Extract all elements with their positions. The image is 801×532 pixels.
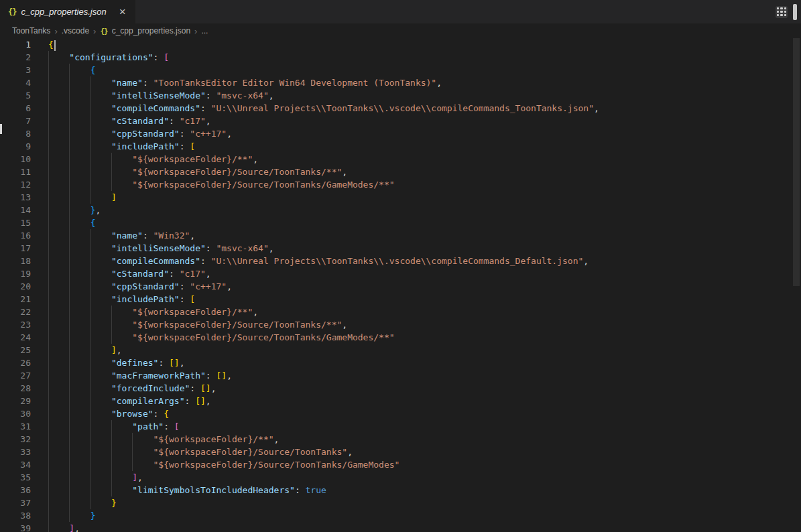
code-line[interactable]: 36 "limitSymbolsToIncludedHeaders": true	[0, 484, 801, 496]
code-line[interactable]: 12 "${workspaceFolder}/Source/ToonTanks/…	[0, 178, 801, 191]
code-line[interactable]: 29 "compilerArgs": [],	[0, 395, 801, 407]
line-number[interactable]: 7	[0, 115, 31, 127]
code-line[interactable]: 34 "${workspaceFolder}/Source/ToonTanks/…	[0, 458, 801, 471]
indent-guide	[69, 89, 70, 102]
indent-guide	[69, 255, 70, 267]
line-number[interactable]: 6	[0, 102, 31, 115]
code-line[interactable]: 2 "configurations": [	[0, 51, 801, 64]
code-line[interactable]: 7 "cStandard": "c17",	[0, 115, 801, 127]
line-number[interactable]: 34	[0, 458, 31, 471]
line-number[interactable]: 12	[0, 178, 31, 191]
line-number[interactable]: 3	[0, 64, 31, 76]
code-line[interactable]: 3 {	[0, 64, 801, 76]
code-line[interactable]: 39 ],	[0, 522, 801, 532]
line-number[interactable]: 2	[0, 51, 31, 64]
code-line[interactable]: 31 "path": [	[0, 420, 801, 433]
code-line[interactable]: 24 "${workspaceFolder}/Source/ToonTanks/…	[0, 331, 801, 344]
code-line[interactable]: 16 "name": "Win32",	[0, 229, 801, 242]
line-number[interactable]: 35	[0, 471, 31, 484]
line-number[interactable]: 4	[0, 76, 31, 89]
code-line[interactable]: 38 }	[0, 509, 801, 522]
editor-layout-icon[interactable]	[776, 6, 788, 18]
code-line[interactable]: 4 "name": "ToonTanksEditor Editor Win64 …	[0, 76, 801, 89]
code-line[interactable]: 13 ]	[0, 191, 801, 204]
code-line[interactable]: 32 "${workspaceFolder}/**",	[0, 433, 801, 446]
code-token: ,	[206, 116, 211, 126]
indent-guide	[48, 115, 49, 127]
line-number[interactable]: 23	[0, 318, 31, 331]
code-line[interactable]: 28 "forcedInclude": [],	[0, 382, 801, 395]
code-line[interactable]: 10 "${workspaceFolder}/**",	[0, 153, 801, 165]
line-number[interactable]: 16	[0, 229, 31, 242]
code-token: [	[190, 141, 195, 151]
code-line[interactable]: 37 }	[0, 496, 801, 509]
line-number[interactable]: 9	[0, 140, 31, 153]
line-number[interactable]: 26	[0, 356, 31, 369]
code-line[interactable]: 21 "includePath": [	[0, 293, 801, 306]
line-number[interactable]: 27	[0, 369, 31, 382]
code-content: "intelliSenseMode": "msvc-x64",	[31, 242, 274, 255]
line-number[interactable]: 39	[0, 522, 31, 532]
line-number[interactable]: 11	[0, 165, 31, 178]
indent-guide	[48, 229, 49, 242]
code-line[interactable]: 9 "includePath": [	[0, 140, 801, 153]
tab-c-cpp-properties-json[interactable]: {} c_cpp_properties.json ×	[0, 0, 135, 23]
line-number[interactable]: 25	[0, 344, 31, 356]
line-number[interactable]: 8	[0, 127, 31, 140]
line-number[interactable]: 20	[0, 280, 31, 293]
code-line[interactable]: 27 "macFrameworkPath": [],	[0, 369, 801, 382]
tab-close-icon[interactable]: ×	[118, 6, 127, 17]
breadcrumb-item-vscode[interactable]: .vscode	[62, 26, 89, 36]
code-line[interactable]: 14 },	[0, 204, 801, 216]
code-line[interactable]: 1{	[0, 38, 801, 51]
line-number[interactable]: 32	[0, 433, 31, 446]
line-number[interactable]: 19	[0, 267, 31, 280]
line-number[interactable]: 15	[0, 216, 31, 229]
line-number[interactable]: 28	[0, 382, 31, 395]
code-line[interactable]: 15 {	[0, 216, 801, 229]
code-line[interactable]: 33 "${workspaceFolder}/Source/ToonTanks"…	[0, 446, 801, 458]
code-editor[interactable]: 1{2 "configurations": [3 {4 "name": "Too…	[0, 38, 801, 532]
line-number[interactable]: 36	[0, 484, 31, 496]
code-token: :	[153, 409, 164, 419]
line-number[interactable]: 14	[0, 204, 31, 216]
line-number[interactable]: 21	[0, 293, 31, 306]
line-number[interactable]: 31	[0, 420, 31, 433]
line-number[interactable]: 38	[0, 509, 31, 522]
line-number[interactable]: 33	[0, 446, 31, 458]
line-number[interactable]: 29	[0, 395, 31, 407]
line-number[interactable]: 13	[0, 191, 31, 204]
code-line[interactable]: 22 "${workspaceFolder}/**",	[0, 306, 801, 318]
line-number[interactable]: 10	[0, 153, 31, 165]
indent-guide	[48, 178, 49, 191]
line-number[interactable]: 17	[0, 242, 31, 255]
line-number[interactable]: 22	[0, 306, 31, 318]
indent-guide	[69, 509, 70, 522]
line-number[interactable]: 1	[0, 38, 31, 51]
code-line[interactable]: 20 "cppStandard": "c++17",	[0, 280, 801, 293]
vertical-scrollbar[interactable]	[792, 38, 801, 532]
breadcrumb-item-filename[interactable]: c_cpp_properties.json	[112, 26, 190, 36]
line-number[interactable]: 30	[0, 407, 31, 420]
line-number[interactable]: 5	[0, 89, 31, 102]
code-line[interactable]: 35 ],	[0, 471, 801, 484]
code-line[interactable]: 8 "cppStandard": "c++17",	[0, 127, 801, 140]
code-token: ,	[594, 103, 599, 113]
code-line[interactable]: 30 "browse": {	[0, 407, 801, 420]
code-line[interactable]: 11 "${workspaceFolder}/Source/ToonTanks/…	[0, 165, 801, 178]
code-line[interactable]: 26 "defines": [],	[0, 356, 801, 369]
scrollbar-thumb[interactable]	[793, 38, 800, 286]
code-token: :	[180, 294, 190, 304]
breadcrumb-ellipsis[interactable]: ...	[201, 26, 208, 36]
code-line[interactable]: 25 ],	[0, 344, 801, 356]
line-number[interactable]: 24	[0, 331, 31, 344]
code-line[interactable]: 17 "intelliSenseMode": "msvc-x64",	[0, 242, 801, 255]
breadcrumb-item-toontanks[interactable]: ToonTanks	[12, 26, 50, 36]
code-line[interactable]: 23 "${workspaceFolder}/Source/ToonTanks/…	[0, 318, 801, 331]
code-line[interactable]: 5 "intelliSenseMode": "msvc-x64",	[0, 89, 801, 102]
code-line[interactable]: 18 "compileCommands": "U:\\Unreal Projec…	[0, 255, 801, 267]
code-line[interactable]: 19 "cStandard": "c17",	[0, 267, 801, 280]
code-line[interactable]: 6 "compileCommands": "U:\\Unreal Project…	[0, 102, 801, 115]
line-number[interactable]: 37	[0, 496, 31, 509]
line-number[interactable]: 18	[0, 255, 31, 267]
